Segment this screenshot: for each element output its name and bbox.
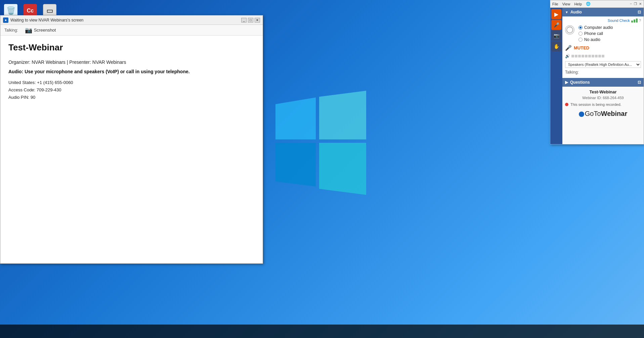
vol-bar-3: [578, 55, 581, 57]
vol-bar-7: [592, 55, 594, 57]
organizer-line: Organizer: NVAR Webinars | Presenter: NV…: [8, 59, 255, 65]
viewer-title-left: ● Waiting to view NVAR Webinars's screen: [3, 17, 83, 23]
no-audio-option[interactable]: No audio: [578, 37, 613, 42]
audio-content: Sound Check ?: [562, 16, 644, 78]
webinar-title: Test-Webinar: [8, 42, 255, 53]
talking-label: Talking:: [565, 70, 579, 75]
taskbar: [0, 325, 644, 338]
questions-arrow: ▶: [565, 80, 568, 85]
audio-collapse-button[interactable]: ⊡: [638, 10, 641, 14]
vol-bar-2: [575, 55, 577, 57]
gtw-menubar: File View Help 🌐 − ❐ ✕: [550, 0, 644, 8]
sidebar-webcam-button[interactable]: 📷: [551, 31, 561, 41]
vol-bar-5: [585, 55, 588, 57]
audio-section-label: Audio: [570, 10, 582, 14]
vol-bar-6: [588, 55, 591, 57]
viewer-restore-button[interactable]: □: [248, 18, 253, 23]
viewer-window: ● Waiting to view NVAR Webinars's screen…: [0, 15, 263, 264]
gtw-logo-circle: [579, 112, 584, 117]
vol-bar-10: [602, 55, 604, 57]
svg-marker-0: [275, 97, 316, 139]
camera-icon: 📷: [25, 27, 32, 34]
audio-note: Audio: Use your microphone and speakers …: [8, 69, 255, 74]
muted-mic-icon: 🎤: [565, 45, 572, 51]
phone-call-label: Phone call: [584, 31, 603, 36]
gtw-logo-webinar: Webinar: [601, 110, 628, 117]
gtw-panel: File View Help 🌐 − ❐ ✕ ▶ 🎤 📷 ✋ ▼ Audio ⊡: [550, 0, 644, 144]
gtw-close-button[interactable]: ✕: [639, 2, 642, 6]
vol-bar-4: [582, 55, 584, 57]
volume-bars: [571, 55, 604, 57]
questions-webinar-id: Webinar ID: 668-264-459: [565, 96, 641, 100]
viewer-minimize-button[interactable]: _: [241, 18, 247, 23]
sidebar-arrow-button[interactable]: ▶: [551, 9, 561, 19]
gtw-restore-button[interactable]: ❐: [634, 2, 637, 6]
sound-bars: [631, 18, 638, 23]
computer-audio-label: Computer audio: [584, 25, 613, 30]
questions-content: Test-Webinar Webinar ID: 668-264-459 Thi…: [562, 87, 644, 144]
no-audio-label: No audio: [584, 37, 600, 42]
sound-bar-3: [636, 18, 638, 23]
muted-label: MUTED: [574, 45, 589, 50]
questions-section-header[interactable]: ▶ Questions ⊡: [562, 78, 644, 87]
gtw-minimize-button[interactable]: −: [630, 2, 632, 6]
svg-marker-1: [319, 91, 366, 139]
sound-bar-1: [631, 20, 633, 23]
audio-pin-line: Audio PIN: 90: [8, 94, 255, 101]
screenshot-button[interactable]: 📷 Screenshot: [25, 27, 56, 34]
gtw-sidebar: ▶ 🎤 📷 ✋: [550, 8, 562, 144]
gtw-window-controls: − ❐ ✕: [630, 2, 642, 6]
computer-audio-option[interactable]: Computer audio: [578, 25, 613, 30]
phone-line: United States: +1 (415) 655-0060: [8, 79, 255, 86]
viewer-content: Test-Webinar Organizer: NVAR Webinars | …: [0, 36, 263, 263]
audio-options: Computer audio Phone call No audio: [565, 25, 641, 42]
menu-help[interactable]: Help: [574, 2, 582, 6]
audio-radio-group: Computer audio Phone call No audio: [578, 25, 613, 42]
access-code-line: Access Code: 709-229-430: [8, 86, 255, 94]
audio-expand-arrow: ▼: [565, 10, 568, 14]
gtw-logo: GoToWebinar: [565, 110, 641, 118]
recording-text: This session is being recorded.: [570, 102, 621, 107]
viewer-title-icon: ●: [3, 17, 8, 23]
volume-icon: 🔊: [565, 54, 570, 58]
computer-audio-radio[interactable]: [578, 26, 583, 30]
sidebar-mic-button[interactable]: 🎤: [551, 20, 561, 30]
menu-file[interactable]: File: [552, 2, 558, 6]
audio-section-header: ▼ Audio ⊡: [562, 8, 644, 16]
questions-collapse-button[interactable]: ⊡: [638, 80, 641, 85]
questions-webinar-name: Test-Webinar: [565, 89, 641, 94]
viewer-title-controls: _ □ ✕: [241, 18, 260, 23]
questions-label: Questions: [570, 80, 590, 85]
no-audio-radio[interactable]: [578, 38, 583, 42]
webinar-details: United States: +1 (415) 655-0060 Access …: [8, 79, 255, 101]
phone-call-option[interactable]: Phone call: [578, 31, 613, 36]
sound-check-link[interactable]: Sound Check: [608, 18, 630, 23]
talking-label: Talking:: [4, 28, 18, 33]
svg-marker-2: [275, 143, 316, 186]
gtw-logo-text: GoToWebinar: [579, 110, 627, 117]
viewer-title-text: Waiting to view NVAR Webinars's screen: [10, 18, 83, 23]
sound-check-row: Sound Check ?: [565, 18, 641, 23]
vol-bar-9: [598, 55, 601, 57]
screenshot-label: Screenshot: [34, 28, 56, 33]
muted-row: 🎤 MUTED: [565, 45, 641, 51]
svg-marker-3: [319, 143, 366, 195]
sound-bar-2: [634, 19, 635, 23]
menu-globe-icon[interactable]: 🌐: [586, 2, 591, 6]
viewer-titlebar: ● Waiting to view NVAR Webinars's screen…: [0, 15, 263, 25]
recording-notice: This session is being recorded.: [565, 102, 641, 107]
phone-call-radio[interactable]: [578, 32, 583, 36]
windows-logo: [275, 91, 366, 195]
gtw-body: ▶ 🎤 📷 ✋ ▼ Audio ⊡ Sound Check: [550, 8, 644, 144]
viewer-close-button[interactable]: ✕: [255, 18, 260, 23]
volume-row: 🔊: [565, 54, 641, 58]
help-icon[interactable]: ?: [639, 18, 641, 23]
vol-bar-1: [571, 55, 574, 57]
viewer-toolbar: Talking: 📷 Screenshot: [0, 25, 263, 36]
audio-spinner: [565, 25, 574, 35]
radio-dot: [579, 27, 582, 29]
speaker-select[interactable]: Speakers (Realtek High Definition Au...: [565, 61, 641, 68]
menu-view[interactable]: View: [562, 2, 570, 6]
gtw-main-content: ▼ Audio ⊡ Sound Check ?: [562, 8, 644, 144]
sidebar-hand-button[interactable]: ✋: [551, 41, 561, 51]
